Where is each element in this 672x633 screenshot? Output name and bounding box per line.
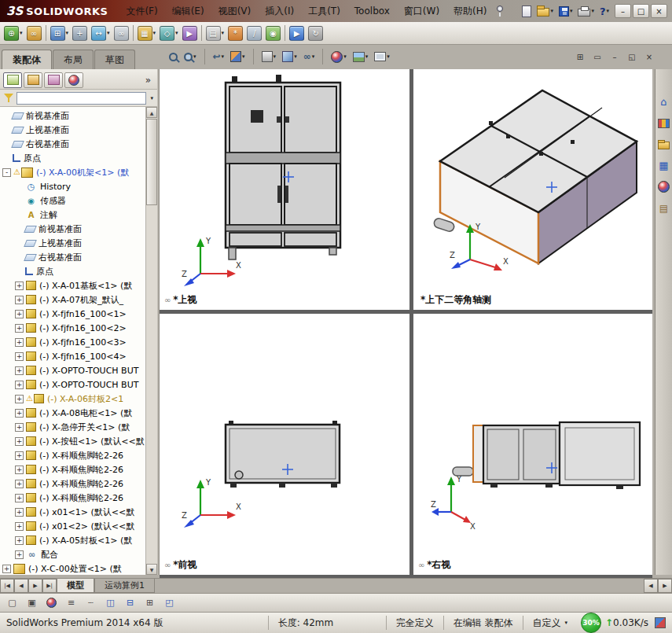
expander-icon[interactable]: + <box>15 310 24 318</box>
tree-item[interactable]: + (-) X-按钮<1> (默认<<默 <box>0 434 145 448</box>
scroll-left-button[interactable]: ◀ <box>644 579 658 593</box>
expander-icon[interactable]: + <box>15 423 24 432</box>
zoom-fit-icon[interactable] <box>167 48 180 65</box>
open-button[interactable]: ▾ <box>535 2 555 20</box>
command-tab[interactable]: 草图 <box>94 50 135 69</box>
tree-item[interactable]: 前视基准面 <box>0 109 145 123</box>
view-orientation-icon[interactable]: ▾ <box>259 48 279 65</box>
command-tab[interactable]: 装配体 <box>2 50 52 69</box>
expander-icon[interactable]: + <box>15 395 24 403</box>
scroll-up-icon[interactable]: ▲ <box>146 107 157 118</box>
appearances-icon[interactable] <box>656 179 671 194</box>
new-document-button[interactable] <box>520 2 533 20</box>
tree-item[interactable]: + (-) X-OPTO-TOUCH BUT <box>0 363 145 377</box>
move-component-icon[interactable]: ↔ ▾ <box>90 23 112 43</box>
menu-item[interactable]: 窗口(W) <box>397 0 446 22</box>
line-style-icon[interactable]: ≡ <box>63 595 79 610</box>
separator[interactable] <box>318 48 327 65</box>
tree-item[interactable]: + (-) X-科顺焦脚轮2-26 <box>0 477 145 491</box>
update-speedpak-icon[interactable]: ↻ <box>307 23 325 43</box>
menu-item[interactable]: 插入(I) <box>258 0 301 22</box>
separator[interactable] <box>131 23 135 43</box>
viewport-bottom-right[interactable]: Y Z X ∞ *右视 <box>413 314 652 575</box>
separator[interactable] <box>200 23 204 43</box>
menu-item[interactable]: Toolbox <box>347 0 397 22</box>
separator[interactable] <box>249 48 258 65</box>
grid-snap-icon[interactable]: ┈ <box>83 595 99 610</box>
tree-item[interactable]: + (-) X-fjfn16_100<3> <box>0 335 145 349</box>
custom-dropdown[interactable]: 自定义 ▾ <box>523 616 578 631</box>
expander-icon[interactable]: + <box>15 338 24 347</box>
tree-item[interactable]: 原点 <box>0 151 145 165</box>
cabinet-front-small-drawing[interactable] <box>160 314 409 575</box>
apply-scene-icon[interactable]: ▾ <box>351 48 371 65</box>
tree-item[interactable]: + ∞ 配合 <box>0 547 145 561</box>
tree-item[interactable]: A 注解 <box>0 208 145 222</box>
panel-tab-button[interactable] <box>3 72 22 88</box>
new-motion-study-icon[interactable]: ▶ <box>181 23 199 43</box>
viewport-layout-icon[interactable]: ⊞ <box>573 50 587 63</box>
sheet-tab[interactable]: 模型 <box>57 579 94 593</box>
expander-icon[interactable]: + <box>2 565 11 573</box>
minimize-button[interactable]: – <box>615 4 631 18</box>
tree-item[interactable]: ◷ History <box>0 179 145 193</box>
smart-fasteners-icon[interactable]: + <box>71 23 89 43</box>
expander-icon[interactable]: + <box>15 480 24 488</box>
bill-of-materials-icon[interactable]: ▤ ▾ <box>204 23 226 43</box>
prev-tab-button[interactable]: ◀ <box>14 579 28 593</box>
file-explorer-icon[interactable] <box>656 137 671 152</box>
menu-item[interactable]: 工具(T) <box>301 0 347 22</box>
expander-icon[interactable]: + <box>15 536 24 545</box>
tree-item[interactable]: 右视基准面 <box>0 137 145 151</box>
expander-icon[interactable]: + <box>15 366 24 375</box>
panel-tab-button[interactable] <box>44 72 63 88</box>
tree-item[interactable]: + (-) X-fjfn16_100<1> <box>0 307 145 321</box>
tree-item[interactable]: + (-) X-fjfn16_100<2> <box>0 321 145 335</box>
tree-item[interactable]: + (-) X-C-00处置<1> (默 <box>0 561 145 575</box>
display-style-icon[interactable]: ▾ <box>280 48 299 65</box>
save-button[interactable]: ▾ <box>557 2 575 20</box>
menu-item[interactable]: 编辑(E) <box>165 0 211 22</box>
mate-icon[interactable]: ∞ <box>25 23 43 43</box>
expander-icon[interactable]: + <box>15 494 24 502</box>
separator[interactable] <box>200 48 209 65</box>
expander-icon[interactable]: + <box>15 451 24 460</box>
explode-line-sketch-icon[interactable]: / <box>245 23 263 43</box>
expander-icon[interactable]: + <box>15 437 24 446</box>
panel-overflow-button[interactable]: » <box>142 75 154 86</box>
view-palette-icon[interactable]: ▦ <box>656 158 671 173</box>
table-icon[interactable]: ⊞ <box>141 595 158 610</box>
hide-all-types-icon[interactable]: ▣ <box>24 595 40 610</box>
tree-item[interactable]: - ⚠ (-) X-A-00机架<1> (默 <box>0 165 145 179</box>
menu-item[interactable]: 帮助(H) <box>446 0 494 22</box>
separator[interactable] <box>44 23 48 43</box>
selection-filter-icon[interactable]: ▢ <box>4 595 20 610</box>
network-speed-badge[interactable]: 30% <box>581 613 601 633</box>
expander-icon[interactable]: - <box>2 168 11 177</box>
tree-item[interactable]: 上视基准面 <box>0 236 145 250</box>
expander-icon[interactable]: + <box>15 352 24 361</box>
tree-item[interactable]: + (-) X-A-01基板<1> (默 <box>0 278 145 293</box>
tree-item[interactable]: + ⚠ (-) X-A-06封板2<1 <box>0 392 145 406</box>
tile-vertical-icon[interactable]: ⊟ <box>122 595 138 610</box>
interference-detection-icon[interactable]: ◉ <box>264 23 282 43</box>
first-tab-button[interactable]: |◀ <box>0 579 14 593</box>
exploded-view-icon[interactable]: * <box>226 23 244 43</box>
tree-item[interactable]: + (-) X-fjfn16_100<4> <box>0 349 145 363</box>
panel-tab-button[interactable] <box>24 72 42 88</box>
instant3d-icon[interactable]: ▶ <box>288 23 306 43</box>
tree-scrollbar[interactable]: ▲ ▼ <box>145 107 157 575</box>
filter-input[interactable] <box>17 92 146 105</box>
panel-tab-button[interactable] <box>64 72 83 88</box>
tree-item[interactable]: + (-) X-科顺焦脚轮2-26 <box>0 491 145 505</box>
viewport-top-left[interactable]: Y X Z ∞ *上视 <box>160 69 409 310</box>
expander-icon[interactable]: + <box>15 522 24 531</box>
tree-item[interactable]: ◉ 传感器 <box>0 193 145 208</box>
cabinet-side-drawing[interactable] <box>413 314 652 575</box>
tray-icon[interactable] <box>655 617 666 628</box>
tree-item[interactable]: 右视基准面 <box>0 250 145 264</box>
last-tab-button[interactable]: ▶| <box>42 579 57 593</box>
insert-component-icon[interactable]: ⊕ ▾ <box>2 23 24 43</box>
tree-item[interactable]: 上视基准面 <box>0 123 145 137</box>
help-button[interactable]: ?▾ <box>598 2 611 20</box>
